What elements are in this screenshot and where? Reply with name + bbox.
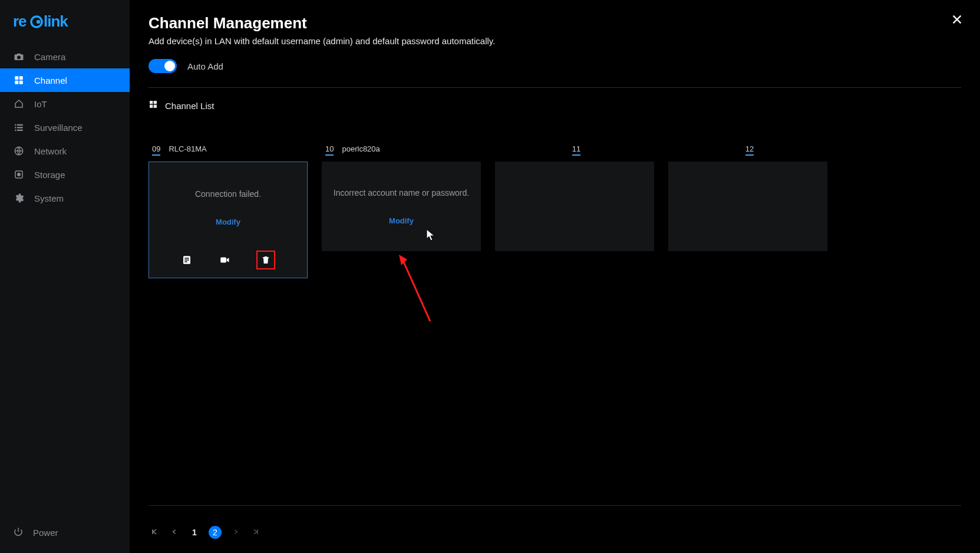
power-icon	[13, 526, 24, 539]
pager-first[interactable]	[149, 528, 160, 537]
sidebar: re link Camera Channel IoT	[0, 0, 130, 553]
sidebar-item-system[interactable]: System	[0, 186, 130, 210]
channel-head: 09 RLC-81MA	[149, 144, 308, 156]
svg-rect-5	[19, 76, 23, 80]
grid-small-icon	[149, 100, 158, 111]
page-subtitle: Add device(s) in LAN with default userna…	[149, 36, 961, 46]
channel-col: 10 poerlc820a Incorrect account name or …	[322, 144, 481, 278]
svg-rect-9	[17, 124, 23, 126]
channel-status: Connection failed.	[195, 189, 261, 199]
sidebar-item-storage[interactable]: Storage	[0, 163, 130, 186]
svg-point-2	[37, 20, 40, 24]
close-icon	[951, 18, 963, 28]
sidebar-item-iot[interactable]: IoT	[0, 92, 130, 116]
sidebar-item-label: Camera	[34, 52, 65, 62]
sidebar-item-label: System	[34, 193, 64, 203]
channel-card[interactable]: Connection failed. Modify	[149, 162, 308, 278]
channel-card[interactable]: Incorrect account name or password. Modi…	[322, 162, 481, 251]
svg-rect-22	[184, 258, 189, 259]
auto-add-label: Auto Add	[187, 61, 223, 71]
channel-number: 09	[152, 144, 160, 156]
sidebar-item-power[interactable]: Power	[0, 518, 130, 553]
camera-action-icon[interactable]	[219, 254, 230, 266]
svg-rect-13	[17, 130, 23, 131]
divider	[149, 505, 961, 506]
pager: 1 2	[149, 526, 961, 539]
channel-card-empty[interactable]	[668, 162, 827, 251]
sidebar-item-label: Channel	[34, 75, 67, 85]
pager-last[interactable]	[250, 528, 262, 537]
svg-rect-6	[15, 81, 18, 84]
channel-col: 09 RLC-81MA Connection failed. Modify	[149, 144, 308, 278]
iot-icon	[13, 98, 25, 110]
divider	[149, 87, 961, 88]
modify-link[interactable]: Modify	[389, 216, 414, 225]
camera-icon	[13, 51, 25, 62]
svg-rect-11	[17, 127, 23, 128]
svg-rect-4	[15, 76, 18, 80]
close-button[interactable]	[951, 13, 963, 28]
svg-rect-7	[19, 81, 23, 84]
svg-text:re: re	[13, 13, 27, 30]
storage-icon	[13, 169, 25, 180]
pager-next[interactable]	[230, 528, 242, 537]
footer: 1 2	[149, 505, 961, 539]
main-content: Channel Management Add device(s) in LAN …	[130, 0, 980, 553]
channel-head: 10 poerlc820a	[322, 144, 481, 156]
channel-card-empty[interactable]	[495, 162, 654, 251]
section-title: Channel List	[165, 101, 214, 111]
auto-add-row: Auto Add	[149, 59, 961, 73]
svg-rect-25	[220, 258, 226, 263]
channel-number: 10	[325, 144, 334, 156]
svg-rect-18	[154, 101, 157, 104]
channel-head: 12	[668, 144, 827, 156]
list-icon	[13, 121, 25, 133]
svg-rect-20	[154, 105, 157, 108]
channel-name: RLC-81MA	[169, 144, 206, 153]
svg-rect-8	[15, 124, 16, 126]
svg-rect-10	[15, 127, 16, 128]
nav-list: Camera Channel IoT Surveillance Network	[0, 45, 130, 518]
svg-rect-24	[184, 261, 187, 262]
svg-rect-17	[150, 101, 153, 104]
info-icon[interactable]	[181, 254, 193, 266]
sidebar-item-surveillance[interactable]: Surveillance	[0, 116, 130, 139]
sidebar-item-label: Power	[33, 528, 58, 538]
sidebar-item-network[interactable]: Network	[0, 139, 130, 163]
grid-icon	[13, 74, 25, 86]
gear-icon	[13, 192, 25, 204]
globe-icon	[13, 145, 25, 157]
sidebar-item-camera[interactable]: Camera	[0, 45, 130, 68]
channel-head: 11	[495, 144, 654, 156]
channel-name: poerlc820a	[342, 144, 380, 153]
channel-status: Incorrect account name or password.	[334, 188, 469, 198]
sidebar-item-label: Network	[34, 146, 67, 156]
auto-add-toggle[interactable]	[149, 59, 177, 73]
delete-icon[interactable]	[256, 251, 275, 269]
pager-page[interactable]: 1	[189, 528, 200, 537]
sidebar-item-label: Storage	[34, 170, 65, 180]
svg-rect-19	[150, 105, 153, 108]
card-actions	[149, 254, 307, 269]
pager-page-active[interactable]: 2	[209, 526, 222, 539]
sidebar-item-channel[interactable]: Channel	[0, 68, 130, 92]
sidebar-item-label: IoT	[34, 99, 47, 109]
modify-link[interactable]: Modify	[216, 218, 240, 226]
channel-grid: 09 RLC-81MA Connection failed. Modify	[149, 144, 961, 278]
page-title: Channel Management	[149, 14, 961, 32]
channel-col: 11	[495, 144, 654, 278]
sidebar-item-label: Surveillance	[34, 123, 83, 133]
section-header: Channel List	[149, 100, 961, 111]
svg-point-16	[18, 173, 21, 176]
svg-rect-12	[15, 130, 16, 131]
brand-logo: re link	[0, 7, 130, 45]
channel-number: 12	[745, 144, 754, 156]
svg-rect-23	[184, 259, 189, 261]
channel-col: 12	[668, 144, 827, 278]
channel-number: 11	[572, 144, 580, 156]
pager-prev[interactable]	[169, 528, 180, 537]
svg-text:link: link	[44, 13, 68, 30]
